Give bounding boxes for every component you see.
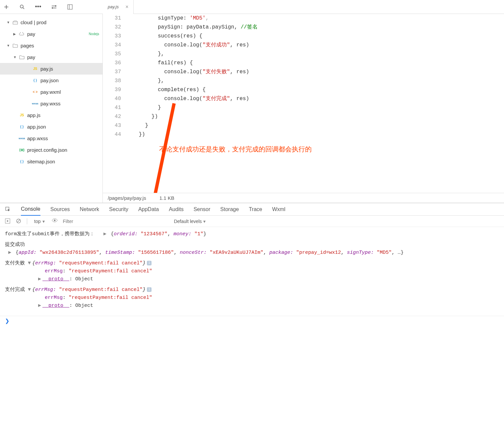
file-tree-item[interactable]: JSpay.js xyxy=(0,63,102,75)
console-log-row: 支付失败 ▼{errMsg: "requestPayment:fail canc… xyxy=(5,259,499,283)
file-tree-item[interactable]: JSapp.js xyxy=(0,109,102,121)
console-output: form发生了submit事件，携带数据为： ▶ {orderid: "1234… xyxy=(0,227,504,316)
more-icon[interactable]: ••• xyxy=(35,4,41,10)
file-label: pay xyxy=(27,31,35,37)
chevron-icon: ▼ xyxy=(7,21,10,24)
folder-icon xyxy=(12,43,19,48)
file-tree-item[interactable]: wxssapp.wxss xyxy=(0,133,102,144)
devtools-tab-security[interactable]: Security xyxy=(109,203,128,216)
close-icon[interactable]: × xyxy=(125,4,128,10)
editor-tab-bar: pay.js × xyxy=(103,0,504,14)
expand-arrow-icon[interactable]: ▶ xyxy=(38,303,41,308)
file-label: pay.wxss xyxy=(40,101,61,106)
devtools-tab-appdata[interactable]: AppData xyxy=(138,203,159,216)
filter-input[interactable] xyxy=(63,218,169,225)
chevron-icon: ▼ xyxy=(13,55,17,59)
annotation-text: 不论支付成功还是失败，支付完成的回调都会执行的 xyxy=(159,145,312,154)
devtools-tab-wxml[interactable]: Wxml xyxy=(272,203,285,216)
file-label: pay.js xyxy=(40,66,53,72)
svg-point-2 xyxy=(52,7,53,9)
file-label: pay.json xyxy=(40,78,59,83)
clear-icon[interactable] xyxy=(16,218,22,224)
file-explorer: ▼cloud | prod▶payNodejs▼pages▼payJSpay.j… xyxy=(0,14,103,203)
devtools-tab-sources[interactable]: Sources xyxy=(50,203,70,216)
code-lines: signType: 'MD5', paySign: payData.paySig… xyxy=(126,14,504,193)
file-tree-item[interactable]: { }app.json xyxy=(0,121,102,133)
devtools-tab-sensor[interactable]: Sensor xyxy=(194,203,211,216)
file-tree-item[interactable]: wxsspay.wxss xyxy=(0,98,102,109)
svg-point-0 xyxy=(20,5,23,8)
devtools-tab-audits[interactable]: Audits xyxy=(169,203,183,216)
devtools-tab-trace[interactable]: Trace xyxy=(249,203,262,216)
file-label: app.js xyxy=(27,112,40,118)
search-icon[interactable] xyxy=(19,4,25,10)
console-log-row: 支付完成 ▼{errMsg: "requestPayment:fail canc… xyxy=(5,286,499,310)
expand-arrow-icon[interactable]: ▶ xyxy=(8,250,11,255)
file-tree-item[interactable]: ▼pages xyxy=(0,40,102,51)
file-size: 1.1 KB xyxy=(159,195,174,201)
file-tree-item[interactable]: { }pay.json xyxy=(0,75,102,86)
file-label: pay xyxy=(27,54,35,60)
file-label: sitemap.json xyxy=(27,159,55,164)
file-label: pages xyxy=(21,43,34,48)
devtools-tab-bar: ConsoleSourcesNetworkSecurityAppDataAudi… xyxy=(0,203,504,216)
devtools-tab-network[interactable]: Network xyxy=(80,203,99,216)
chevron-icon: ▶ xyxy=(13,32,17,36)
file-label: cloud | prod xyxy=(21,20,46,25)
file-tree-item[interactable]: ▼pay xyxy=(0,51,102,63)
folder-icon xyxy=(19,55,25,59)
expand-arrow-icon[interactable]: ▶ xyxy=(38,276,41,282)
editor-status-bar: /pages/pay/pay.js 1.1 KB xyxy=(103,193,504,203)
console-log-row: form发生了submit事件，携带数据为： ▶ {orderid: "1234… xyxy=(5,230,499,238)
collapse-arrow-icon[interactable]: ▼ xyxy=(28,260,31,266)
editor-tab[interactable]: pay.js × xyxy=(103,0,134,14)
devtools-tab-storage[interactable]: Storage xyxy=(220,203,239,216)
layout-icon[interactable] xyxy=(67,4,73,10)
add-icon[interactable] xyxy=(3,4,9,10)
file-label: app.wxss xyxy=(27,136,48,141)
info-badge-icon: i xyxy=(147,287,152,292)
expand-arrow-icon[interactable]: ▶ xyxy=(103,231,106,237)
play-icon[interactable] xyxy=(5,218,11,224)
console-toolbar: top ▾ Default levels ▾ xyxy=(0,216,504,227)
chevron-icon: ▼ xyxy=(7,44,10,47)
devtools-panel: ConsoleSourcesNetworkSecurityAppDataAudi… xyxy=(0,203,504,326)
folder-icon xyxy=(19,32,25,36)
file-tree-item[interactable]: < >pay.wxml xyxy=(0,86,102,98)
file-path: /pages/pay/pay.js xyxy=(108,195,146,201)
svg-point-1 xyxy=(55,5,56,7)
nodejs-badge: Nodejs xyxy=(89,32,99,36)
file-tree-item[interactable]: {✿}project.config.json xyxy=(0,144,102,156)
file-tree-item[interactable]: ▶payNodejs xyxy=(0,28,102,40)
file-label: app.json xyxy=(27,124,46,130)
file-label: project.config.json xyxy=(27,147,67,153)
settings-toggle-icon[interactable] xyxy=(51,4,57,10)
console-log-row: 提交成功 ▶ {appId: "wx26438c2d76113895", tim… xyxy=(5,241,499,257)
devtools-tab-console[interactable]: Console xyxy=(21,203,40,216)
folder-icon xyxy=(12,20,19,25)
line-gutter: 3132333435363738394041424344 xyxy=(103,14,126,193)
context-selector[interactable]: top ▾ xyxy=(32,218,47,225)
tab-filename: pay.js xyxy=(108,4,119,9)
eye-icon[interactable] xyxy=(52,218,58,224)
log-levels-selector[interactable]: Default levels ▾ xyxy=(174,219,205,224)
svg-point-9 xyxy=(54,219,56,221)
info-badge-icon: i xyxy=(147,261,152,265)
svg-rect-3 xyxy=(68,5,72,9)
editor-area: pay.js × 3132333435363738394041424344 si… xyxy=(103,14,504,203)
svg-rect-4 xyxy=(13,22,18,24)
file-tree-item[interactable]: ▼cloud | prod xyxy=(0,17,102,28)
code-editor[interactable]: 3132333435363738394041424344 signType: '… xyxy=(103,14,504,193)
file-label: pay.wxml xyxy=(40,89,61,95)
file-tree-item[interactable]: { }sitemap.json xyxy=(0,156,102,167)
collapse-arrow-icon[interactable]: ▼ xyxy=(28,287,31,293)
console-prompt[interactable]: ❯ xyxy=(0,316,504,326)
inspect-icon[interactable] xyxy=(5,206,11,212)
